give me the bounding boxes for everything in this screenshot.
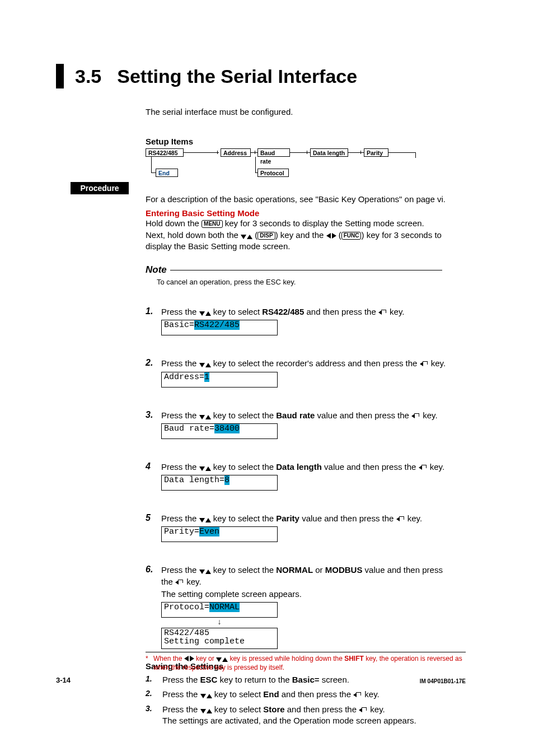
- text: Press the: [161, 307, 199, 316]
- lcd-highlight: 8: [224, 475, 229, 485]
- text: key to select the: [211, 410, 277, 420]
- updown-icon: [216, 657, 228, 662]
- lcd-display: Address=1: [161, 372, 278, 388]
- entering-line2: Next, hold down both the (DISP) key and …: [146, 230, 465, 253]
- setup-box-rs: RS422/485: [146, 148, 184, 157]
- step-number: 2.: [146, 358, 161, 387]
- footnote-rule: [146, 652, 466, 652]
- setup-box-parity: Parity: [364, 148, 388, 157]
- lcd-display: Protocol=NORMAL: [161, 602, 278, 618]
- enter-icon: [175, 578, 184, 585]
- section-title: Setting the Serial Interface: [117, 66, 357, 87]
- footnote: * When the key or key is pressed while h…: [146, 655, 466, 672]
- text: key to select the: [211, 462, 277, 472]
- text: Press the: [161, 358, 199, 368]
- section-number: 3.5: [75, 66, 101, 87]
- setup-box-address: Address: [221, 148, 251, 157]
- lcd-text: Data length=: [164, 475, 224, 485]
- footnote-star: *: [146, 655, 153, 672]
- note-block: Note To cancel an operation, press the E…: [146, 264, 442, 286]
- setup-box-datalen: Data length: [310, 148, 348, 157]
- text: Hold down the: [146, 218, 202, 228]
- setup-items-diagram: RS422/485 Address Baud rate Data length …: [146, 148, 420, 176]
- enter-icon: [419, 464, 428, 470]
- page-number: 3-14: [56, 676, 71, 684]
- menu-keycap: MENU: [202, 220, 222, 228]
- lcd-text: Address=: [164, 372, 204, 382]
- save-step-body: Press the key to select End and then pre…: [162, 689, 380, 700]
- text: value and then press the: [299, 514, 396, 523]
- enter-icon: [359, 706, 368, 713]
- intro-text: The serial interface must be configured.: [146, 106, 465, 118]
- lcd-text: Parity=: [164, 527, 199, 536]
- text: key to select the: [211, 565, 277, 575]
- updown-icon: [241, 235, 252, 239]
- updown-icon: [199, 311, 211, 316]
- lcd-display: Basic=RS422/485: [161, 320, 278, 335]
- text: Next, hold down both the: [146, 230, 241, 240]
- text: and then press the: [304, 307, 378, 316]
- proc-intro: For a description of the basic operation…: [146, 194, 465, 205]
- save-step-number: 2.: [146, 689, 162, 700]
- text: or: [313, 565, 325, 575]
- step-number: 3.: [146, 410, 161, 439]
- lcd-display: Baud rate=38400: [161, 423, 278, 439]
- updown-icon: [199, 570, 211, 574]
- updown-icon: [199, 415, 211, 419]
- lcd-highlight: 1: [204, 372, 209, 382]
- section-marker: [56, 64, 64, 88]
- lcd-text: Basic=: [164, 320, 194, 330]
- note-rule: [170, 270, 442, 270]
- enter-icon: [420, 360, 429, 367]
- enter-icon: [378, 309, 387, 315]
- updown-icon: [199, 363, 211, 367]
- entering-line1: Hold down the MENU key for 3 seconds to …: [146, 218, 465, 229]
- text: Press the: [161, 514, 199, 523]
- lcd-display: Data length=8: [161, 475, 278, 491]
- lcd-text: Protocol=: [164, 603, 209, 612]
- text: key.: [184, 577, 202, 586]
- bold: Baud rate: [276, 410, 315, 420]
- text: Press the: [161, 410, 199, 420]
- step-number: 1.: [146, 306, 161, 335]
- func-keycap: FUNC: [341, 232, 362, 240]
- text: value and then press the: [315, 410, 411, 420]
- updown-icon: [200, 709, 212, 713]
- enter-icon: [396, 515, 405, 522]
- bold: MODBUS: [325, 565, 363, 575]
- setup-box-end: End: [156, 169, 178, 177]
- leftright-icon: [326, 233, 336, 239]
- lcd-highlight: Even: [199, 527, 219, 536]
- lcd-highlight: 38400: [214, 424, 240, 433]
- updown-icon: [200, 694, 212, 698]
- note-text: To cancel an operation, press the ESC ke…: [157, 278, 442, 286]
- enter-icon: [353, 691, 362, 698]
- text: Press the: [161, 462, 199, 472]
- entering-heading: Entering Basic Setting Mode: [146, 208, 465, 218]
- text: key for 3 seconds to display the Setting…: [223, 218, 424, 228]
- save-step-number: 3.: [146, 704, 162, 727]
- text: key.: [387, 307, 405, 316]
- bold: Data length: [276, 462, 322, 472]
- text: key.: [420, 410, 438, 420]
- lcd-highlight: RS422/485: [194, 320, 240, 330]
- lcd-display: Parity=Even: [161, 526, 278, 542]
- lcd-highlight: NORMAL: [209, 603, 240, 612]
- document-id: IM 04P01B01-17E: [420, 678, 466, 684]
- updown-icon: [199, 466, 211, 471]
- text: ) key and the: [275, 230, 326, 240]
- text: key.: [428, 462, 445, 472]
- text: key.: [429, 358, 446, 368]
- bold: RS422/485: [262, 307, 304, 316]
- setup-box-baud: Baud rate: [257, 148, 290, 157]
- disp-keycap: DISP: [257, 232, 275, 240]
- enter-icon: [411, 412, 420, 419]
- lcd-line2: Setting complete: [164, 637, 245, 646]
- note-title: Note: [146, 264, 170, 276]
- updown-icon: [199, 518, 211, 522]
- procedure-label: Procedure: [71, 182, 129, 194]
- text: The setting complete screen appears.: [161, 589, 453, 600]
- down-arrow-icon: ↓: [161, 618, 278, 626]
- step-number: 4: [146, 461, 161, 491]
- text: Press the: [161, 565, 199, 575]
